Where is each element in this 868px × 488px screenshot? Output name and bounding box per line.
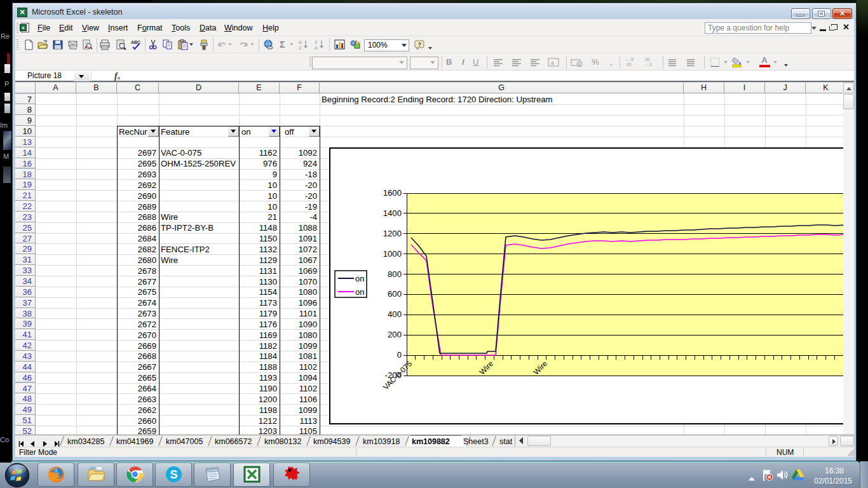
- svg-text:200: 200: [388, 330, 402, 339]
- svg-text:on: on: [355, 287, 364, 297]
- svg-text:on: on: [355, 274, 364, 283]
- svg-text:Z: Z: [299, 45, 302, 50]
- svg-text:600: 600: [388, 289, 402, 299]
- svg-text:0: 0: [397, 350, 402, 360]
- svg-text:?: ?: [418, 41, 422, 48]
- svg-text:1000: 1000: [383, 249, 402, 259]
- svg-text:S: S: [170, 468, 177, 481]
- svg-text:1400: 1400: [383, 208, 402, 218]
- svg-text:Z: Z: [315, 39, 318, 45]
- svg-text:a: a: [551, 60, 554, 66]
- svg-text:400: 400: [388, 309, 402, 319]
- svg-text:A: A: [315, 45, 318, 50]
- svg-text:1200: 1200: [383, 229, 402, 238]
- svg-text:800: 800: [388, 269, 402, 279]
- svg-text:A: A: [299, 39, 302, 45]
- svg-text:s: s: [578, 62, 581, 67]
- svg-text:1600: 1600: [383, 188, 402, 198]
